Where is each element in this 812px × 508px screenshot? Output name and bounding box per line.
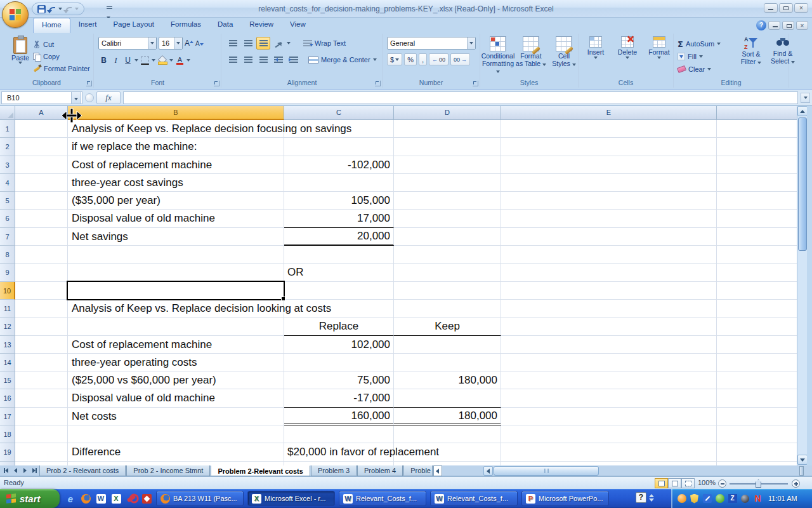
column-header-d[interactable]: D [394,106,501,120]
cell[interactable] [394,389,501,407]
align-left-button[interactable] [226,53,240,66]
expand-formula-bar-button[interactable] [801,93,810,103]
horizontal-scroll-thumb[interactable] [494,466,599,476]
zoom-out-button[interactable] [718,479,726,488]
cell[interactable] [501,354,717,371]
tab-data[interactable]: Data [209,18,241,33]
cell[interactable] [501,318,717,335]
cell[interactable] [717,174,797,192]
cell[interactable]: Analysis of Keep vs. Replace decision fo… [68,120,284,138]
cell[interactable]: Net savings [68,228,284,246]
taskbar-expand-icon[interactable] [649,494,654,502]
sheet-tab-cutoff[interactable]: Proble [403,465,433,476]
cell[interactable] [394,228,501,246]
cell[interactable] [501,192,717,210]
scroll-left-button[interactable] [483,466,493,476]
cell[interactable] [717,443,797,461]
cell[interactable] [501,336,717,354]
zoom-slider-thumb[interactable] [756,479,761,488]
workbook-close-button[interactable]: × [796,21,808,30]
format-cells-button[interactable]: Format [646,36,672,59]
cell[interactable]: 102,000 [284,336,394,354]
cell[interactable] [284,354,394,371]
column-header-e[interactable]: E [501,106,717,120]
cell-styles-button[interactable]: Cell Styles [549,36,579,75]
cell[interactable] [394,425,501,443]
tab-page-layout[interactable]: Page Layout [105,18,162,33]
sheet-tab-prob2-relevant[interactable]: Prob 2 - Relevant costs [39,465,126,476]
previous-sheet-button[interactable] [11,466,20,475]
cell[interactable]: 105,000 [284,192,394,210]
percent-button[interactable]: % [404,53,417,65]
horizontal-scrollbar[interactable] [483,466,798,476]
cell[interactable] [394,138,501,156]
alignment-dialog-launcher[interactable] [375,81,381,86]
cell[interactable]: 160,000 [284,408,394,425]
restore-button[interactable] [779,3,793,13]
normal-view-button[interactable] [655,478,668,488]
currency-button[interactable]: $ [387,53,402,65]
comma-button[interactable]: , [419,53,427,65]
cell[interactable] [394,174,501,192]
cell[interactable]: if we replace the machine: [68,138,284,156]
cell[interactable] [717,156,797,174]
language-indicator-icon[interactable]: ? [636,492,646,503]
page-break-view-button[interactable] [681,478,695,488]
cell[interactable] [717,318,797,335]
cell[interactable] [501,300,717,318]
sort-filter-button[interactable]: AZ Sort & Filter [737,36,765,65]
cell[interactable] [15,174,68,192]
number-dialog-launcher[interactable] [473,81,478,86]
cell[interactable] [501,408,717,425]
row-header[interactable]: 13 [0,336,15,354]
cell[interactable] [15,120,68,138]
row-header[interactable]: 1 [0,120,15,138]
cell[interactable] [501,246,717,264]
clear-button[interactable]: Clear [678,63,721,76]
cell[interactable] [15,156,68,174]
align-center-button[interactable] [241,53,255,66]
cell[interactable] [501,120,717,138]
cell[interactable] [15,408,68,425]
cell[interactable] [717,389,797,407]
cell[interactable] [394,156,501,174]
row-header[interactable]: 11 [0,300,15,318]
cell[interactable] [717,282,797,300]
office-button[interactable] [2,1,29,28]
cell[interactable] [394,264,501,281]
cell[interactable] [15,371,68,389]
tab-formulas[interactable]: Formulas [162,18,209,33]
cell[interactable] [68,425,284,443]
page-layout-view-button[interactable] [668,478,681,488]
cell[interactable] [717,210,797,227]
grow-font-button[interactable]: A [185,39,193,48]
cell[interactable]: Net costs [68,408,284,425]
taskbar-button-powerpoint[interactable]: P Microsoft PowerPo... [521,491,609,506]
firefox-icon[interactable] [80,493,91,504]
tray-volume-icon[interactable] [740,494,750,504]
row-header[interactable]: 19 [0,443,15,461]
cell[interactable] [15,192,68,210]
tab-split-handle[interactable] [799,466,804,476]
row-header[interactable]: 5 [0,192,15,210]
bold-button[interactable]: B [98,54,109,67]
row-header[interactable]: 6 [0,210,15,227]
cell[interactable] [717,354,797,371]
cell[interactable] [717,300,797,318]
tray-antivirus-shield-icon[interactable] [690,494,699,504]
row-header-selected[interactable]: 10 [0,282,15,300]
word-icon[interactable]: W [95,493,107,504]
shrink-font-button[interactable]: A [195,40,204,47]
insert-cells-button[interactable]: Insert [582,36,609,59]
scroll-down-button[interactable] [797,455,808,465]
cell[interactable] [15,389,68,407]
workbook-restore-button[interactable] [782,21,794,30]
cell[interactable] [284,425,394,443]
delete-cells-button[interactable]: Delete [614,36,641,59]
cell[interactable] [15,443,68,461]
cell[interactable] [284,174,394,192]
cell[interactable] [68,318,284,335]
increase-indent-button[interactable] [287,53,301,66]
column-header-b[interactable]: B [68,106,284,120]
cell[interactable] [15,138,68,156]
